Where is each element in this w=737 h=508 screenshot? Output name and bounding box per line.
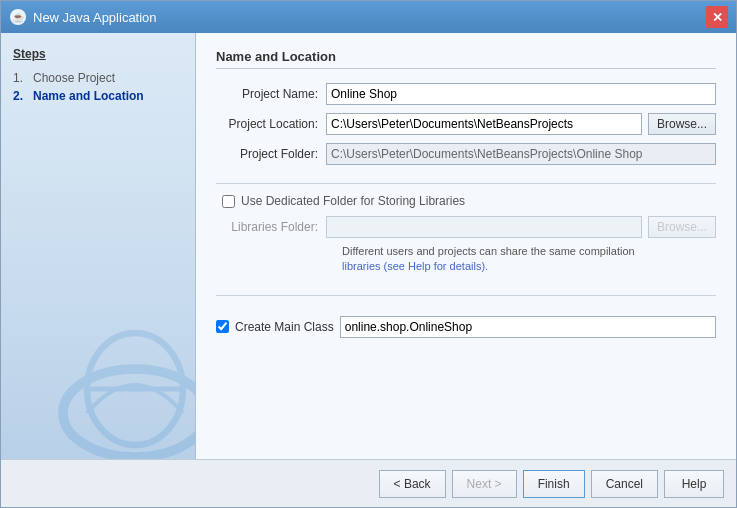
step-2-num: 2. [13,89,29,103]
dialog-content: Steps 1. Choose Project 2. Name and Loca… [1,33,736,459]
separator-2 [216,295,716,296]
title-bar-left: ☕ New Java Application [9,8,157,26]
libraries-help-text: Different users and projects can share t… [342,244,716,275]
libraries-section: Libraries Folder: Browse... Different us… [222,216,716,285]
project-name-label: Project Name: [216,87,326,101]
project-location-input[interactable] [326,113,642,135]
help-text-line1: Different users and projects can share t… [342,245,635,257]
use-dedicated-folder-label[interactable]: Use Dedicated Folder for Storing Librari… [241,194,465,208]
main-content: Name and Location Project Name: Project … [196,33,736,459]
section-title: Name and Location [216,49,716,69]
finish-button[interactable]: Finish [523,470,585,498]
separator-1 [216,183,716,184]
dialog-footer: < Back Next > Finish Cancel Help [1,459,736,507]
project-folder-input[interactable] [326,143,716,165]
new-java-application-dialog: ☕ New Java Application ✕ Steps 1. Choose… [0,0,737,508]
window-title: New Java Application [33,10,157,25]
sidebar-watermark [55,309,196,459]
project-folder-label: Project Folder: [216,147,326,161]
project-location-row: Project Location: Browse... [216,113,716,135]
next-button[interactable]: Next > [452,470,517,498]
step-1-num: 1. [13,71,29,85]
step-2-label: Name and Location [33,89,144,103]
libraries-folder-input[interactable] [326,216,642,238]
step-1: 1. Choose Project [13,69,183,87]
close-button[interactable]: ✕ [706,6,728,28]
project-location-browse-button[interactable]: Browse... [648,113,716,135]
cancel-button[interactable]: Cancel [591,470,658,498]
steps-heading: Steps [13,47,183,61]
create-main-class-label[interactable]: Create Main Class [235,320,334,334]
steps-sidebar: Steps 1. Choose Project 2. Name and Loca… [1,33,196,459]
step-1-label: Choose Project [33,71,115,85]
main-class-input[interactable] [340,316,716,338]
project-name-input[interactable] [326,83,716,105]
project-location-label: Project Location: [216,117,326,131]
help-text-line2[interactable]: libraries (see Help for details). [342,260,488,272]
use-dedicated-folder-checkbox[interactable] [222,195,235,208]
project-name-row: Project Name: [216,83,716,105]
use-dedicated-folder-row: Use Dedicated Folder for Storing Librari… [216,194,716,208]
app-icon: ☕ [9,8,27,26]
create-main-class-checkbox[interactable] [216,320,229,333]
libraries-browse-button[interactable]: Browse... [648,216,716,238]
libraries-folder-row: Libraries Folder: Browse... [222,216,716,238]
project-folder-row: Project Folder: [216,143,716,165]
back-button[interactable]: < Back [379,470,446,498]
title-bar: ☕ New Java Application ✕ [1,1,736,33]
create-main-class-row: Create Main Class [216,316,716,338]
steps-list: 1. Choose Project 2. Name and Location [13,69,183,105]
svg-text:☕: ☕ [12,11,25,24]
help-button[interactable]: Help [664,470,724,498]
libraries-folder-label: Libraries Folder: [222,220,326,234]
step-2: 2. Name and Location [13,87,183,105]
